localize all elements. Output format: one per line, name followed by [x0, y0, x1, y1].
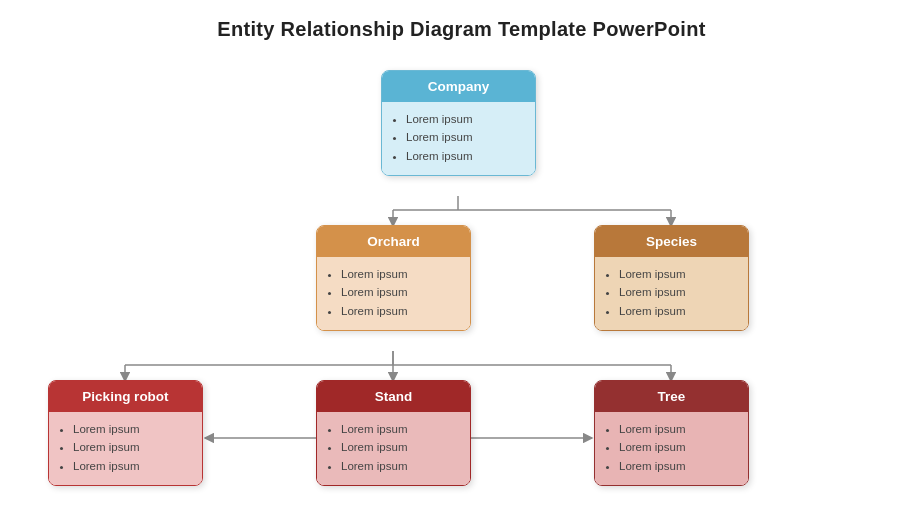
stand-item-2: Lorem ipsum: [341, 438, 456, 456]
node-company: Company Lorem ipsum Lorem ipsum Lorem ip…: [381, 70, 536, 176]
node-orchard: Orchard Lorem ipsum Lorem ipsum Lorem ip…: [316, 225, 471, 331]
species-item-1: Lorem ipsum: [619, 265, 734, 283]
node-species: Species Lorem ipsum Lorem ipsum Lorem ip…: [594, 225, 749, 331]
orchard-item-3: Lorem ipsum: [341, 302, 456, 320]
picking-robot-header: Picking robot: [49, 381, 202, 412]
company-header: Company: [382, 71, 535, 102]
company-item-1: Lorem ipsum: [406, 110, 521, 128]
picking-item-3: Lorem ipsum: [73, 457, 188, 475]
page-title: Entity Relationship Diagram Template Pow…: [0, 0, 923, 41]
node-stand: Stand Lorem ipsum Lorem ipsum Lorem ipsu…: [316, 380, 471, 486]
company-body: Lorem ipsum Lorem ipsum Lorem ipsum: [382, 102, 535, 175]
orchard-item-2: Lorem ipsum: [341, 283, 456, 301]
picking-item-1: Lorem ipsum: [73, 420, 188, 438]
page: Entity Relationship Diagram Template Pow…: [0, 0, 923, 516]
orchard-header: Orchard: [317, 226, 470, 257]
species-header: Species: [595, 226, 748, 257]
stand-item-1: Lorem ipsum: [341, 420, 456, 438]
species-item-3: Lorem ipsum: [619, 302, 734, 320]
species-item-2: Lorem ipsum: [619, 283, 734, 301]
species-body: Lorem ipsum Lorem ipsum Lorem ipsum: [595, 257, 748, 330]
company-item-2: Lorem ipsum: [406, 128, 521, 146]
picking-item-2: Lorem ipsum: [73, 438, 188, 456]
stand-item-3: Lorem ipsum: [341, 457, 456, 475]
node-picking-robot: Picking robot Lorem ipsum Lorem ipsum Lo…: [48, 380, 203, 486]
node-tree: Tree Lorem ipsum Lorem ipsum Lorem ipsum: [594, 380, 749, 486]
orchard-body: Lorem ipsum Lorem ipsum Lorem ipsum: [317, 257, 470, 330]
tree-item-1: Lorem ipsum: [619, 420, 734, 438]
tree-body: Lorem ipsum Lorem ipsum Lorem ipsum: [595, 412, 748, 485]
orchard-item-1: Lorem ipsum: [341, 265, 456, 283]
company-item-3: Lorem ipsum: [406, 147, 521, 165]
tree-header: Tree: [595, 381, 748, 412]
tree-item-2: Lorem ipsum: [619, 438, 734, 456]
diagram-area: Company Lorem ipsum Lorem ipsum Lorem ip…: [0, 60, 923, 516]
stand-header: Stand: [317, 381, 470, 412]
tree-item-3: Lorem ipsum: [619, 457, 734, 475]
picking-robot-body: Lorem ipsum Lorem ipsum Lorem ipsum: [49, 412, 202, 485]
stand-body: Lorem ipsum Lorem ipsum Lorem ipsum: [317, 412, 470, 485]
